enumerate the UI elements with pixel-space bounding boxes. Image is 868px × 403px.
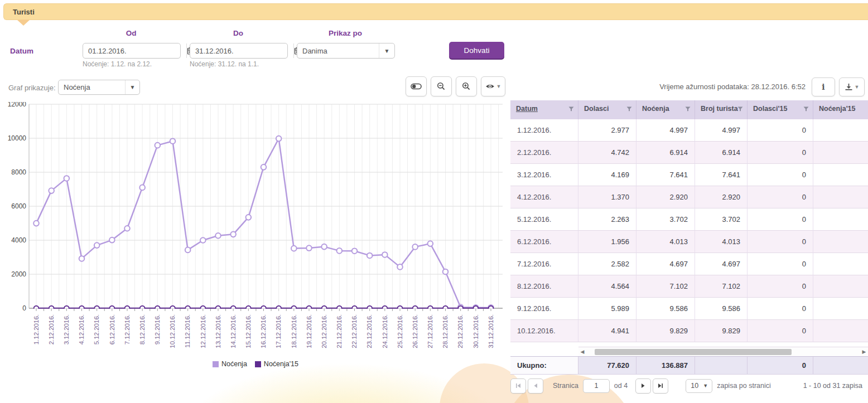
data-point[interactable]	[155, 143, 161, 148]
data-point[interactable]	[109, 237, 115, 243]
cell-value: 2.263	[578, 208, 636, 231]
export-button[interactable]: ▼	[839, 77, 865, 96]
data-point[interactable]	[261, 164, 267, 170]
to-note: Noćenje: 31.12. na 1.1.	[190, 60, 259, 68]
data-point[interactable]	[443, 269, 449, 275]
data-table: DatumDolasciNoćenjaBroj turistaDolasci'1…	[510, 100, 868, 375]
first-page-button[interactable]	[510, 378, 526, 394]
data-point[interactable]	[321, 244, 327, 250]
fetch-button[interactable]: Dohvati	[449, 42, 504, 59]
scroll-right-icon[interactable]: ▶	[860, 347, 868, 357]
y-axis-tick: 12000	[8, 102, 27, 108]
zoom-out-button[interactable]	[431, 76, 452, 96]
x-axis-date-label: 30.12.2016.	[472, 314, 479, 348]
data-point[interactable]	[94, 242, 100, 248]
toggle-icon	[411, 83, 422, 90]
data-point[interactable]	[230, 232, 236, 237]
info-button[interactable]: i	[812, 77, 835, 96]
toggle-view-button[interactable]	[406, 76, 427, 96]
data-point[interactable]	[139, 185, 145, 191]
data-point[interactable]	[367, 253, 373, 259]
data-point[interactable]	[352, 248, 358, 254]
filter-icon[interactable]	[803, 106, 809, 111]
table-row[interactable]: 7.12.2016.2.5824.6974.6970	[510, 253, 868, 275]
data-point[interactable]	[33, 221, 39, 226]
visibility-menu-button[interactable]: ▼	[481, 76, 505, 96]
chart-series-select[interactable]: Noćenja ▼	[58, 80, 140, 95]
table-horizontal-scrollbar[interactable]: ◀ ▶	[578, 347, 868, 357]
page-size-select[interactable]: 10 ▼	[686, 379, 712, 393]
cell-value: 1.956	[578, 231, 636, 253]
scrollbar-thumb[interactable]	[595, 349, 792, 355]
last-page-button[interactable]	[653, 378, 668, 394]
cell-value: 0	[748, 208, 813, 231]
line-chart[interactable]: 0200040006000800010000120001.12.2016.2.1…	[4, 102, 507, 358]
filter-icon[interactable]	[568, 106, 574, 111]
display-by-label: Prikaz po	[297, 29, 394, 37]
table-row[interactable]: 10.12.2016.4.9419.8299.8290	[510, 320, 868, 342]
data-point[interactable]	[215, 233, 221, 239]
date-to-input[interactable]	[190, 43, 293, 58]
page-number-input[interactable]	[583, 379, 610, 393]
cell-value: 7.641	[636, 164, 695, 186]
data-point[interactable]	[246, 215, 252, 220]
x-axis-date-label: 11.12.2016.	[184, 314, 191, 348]
date-from-input[interactable]	[83, 43, 186, 58]
cell-value: 6.914	[636, 142, 695, 164]
y-axis-tick: 10000	[8, 134, 27, 142]
column-header-no-enja-15[interactable]: Noćenja'15	[813, 100, 868, 119]
legend-item[interactable]: Noćenja	[213, 360, 247, 368]
table-row[interactable]: 1.12.2016.2.9774.9974.9970	[510, 119, 868, 142]
table-row[interactable]: 8.12.2016.4.5647.1027.1020	[510, 275, 868, 298]
table-row[interactable]: 6.12.2016.1.9564.0134.0130	[510, 231, 868, 253]
cell-value: 0	[748, 320, 813, 342]
data-point[interactable]	[428, 241, 433, 246]
zoom-in-button[interactable]	[456, 76, 477, 96]
y-axis-tick: 6000	[11, 202, 26, 210]
data-point[interactable]	[412, 244, 418, 250]
cell-date: 2.12.2016.	[510, 142, 578, 164]
from-note: Noćenje: 1.12. na 2.12.	[83, 60, 152, 68]
data-point[interactable]	[306, 245, 312, 251]
table-row[interactable]: 2.12.2016.4.7426.9146.9140	[510, 142, 868, 164]
x-axis-date-label: 8.12.2016.	[139, 314, 146, 344]
data-point[interactable]	[79, 256, 85, 261]
filter-icon[interactable]	[626, 106, 632, 111]
data-point[interactable]	[124, 226, 130, 231]
scroll-left-icon[interactable]: ◀	[578, 347, 586, 357]
data-point[interactable]	[276, 136, 282, 142]
legend-item[interactable]: Noćenja'15	[255, 360, 298, 368]
display-by-select[interactable]: Danima ▼	[297, 43, 395, 59]
data-point[interactable]	[337, 248, 343, 254]
x-axis-date-label: 20.12.2016.	[321, 314, 327, 348]
data-point[interactable]	[200, 237, 206, 243]
data-point[interactable]	[397, 264, 403, 270]
totals-value	[813, 357, 868, 374]
filter-icon[interactable]	[737, 106, 743, 111]
data-point[interactable]	[64, 176, 70, 181]
filter-icon[interactable]	[685, 106, 691, 111]
data-point[interactable]	[185, 247, 191, 253]
x-axis-date-label: 19.12.2016.	[306, 314, 312, 348]
scrollbar-track[interactable]	[586, 349, 860, 355]
data-point[interactable]	[170, 138, 176, 144]
table-row[interactable]: 5.12.2016.2.2633.7023.7020	[510, 208, 868, 231]
cell-value: 0	[748, 164, 813, 186]
zoom-in-icon	[462, 82, 471, 91]
cell-value: 0	[748, 275, 813, 298]
chevron-down-icon: ▼	[496, 84, 501, 89]
table-row[interactable]: 3.12.2016.4.1697.6417.6410	[510, 164, 868, 186]
column-header-no-enja[interactable]: Noćenja	[636, 100, 695, 119]
table-row[interactable]: 4.12.2016.1.3702.9202.9200	[510, 186, 868, 208]
next-page-button[interactable]	[635, 378, 651, 394]
column-header-dolasci[interactable]: Dolasci	[578, 100, 636, 119]
column-header-dolasci-15[interactable]: Dolasci'15	[748, 100, 813, 119]
cell-value: 4.013	[636, 231, 695, 253]
table-row[interactable]: 9.12.2016.5.9899.5869.5860	[510, 298, 868, 320]
data-point[interactable]	[382, 252, 388, 258]
prev-page-button[interactable]	[528, 378, 543, 394]
data-point[interactable]	[291, 246, 297, 251]
column-header-broj-turista[interactable]: Broj turista	[695, 100, 748, 119]
column-header-datum[interactable]: Datum	[510, 100, 578, 119]
data-point[interactable]	[49, 188, 54, 193]
